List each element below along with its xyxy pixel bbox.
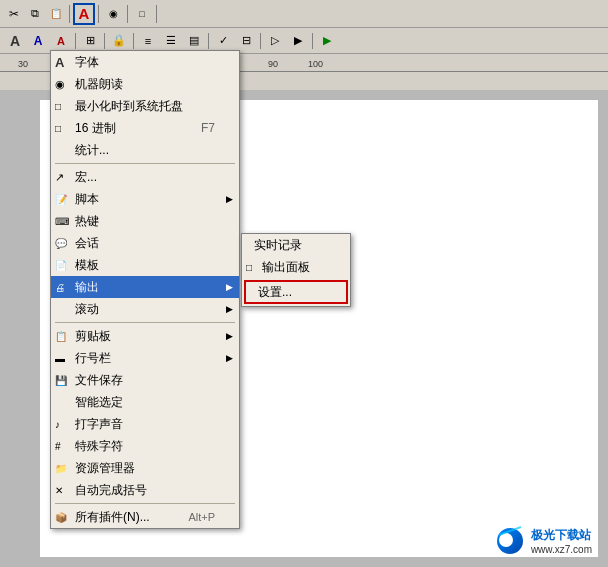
green-button[interactable]: ▶ (316, 31, 338, 51)
special-menu-icon: # (55, 441, 61, 452)
font-a2-button[interactable]: A (27, 31, 49, 51)
align1-button[interactable]: ≡ (137, 31, 159, 51)
scroll-menu-label: 滚动 (75, 301, 99, 318)
menu-item-template[interactable]: 📄 模板 (51, 254, 239, 276)
copy-button[interactable]: ⧉ (25, 4, 45, 24)
align3-icon: ▤ (189, 34, 199, 47)
font-button[interactable]: A (73, 3, 95, 25)
special-menu-label: 特殊字符 (75, 438, 123, 455)
sep7 (133, 33, 134, 49)
right2-button[interactable]: ▶ (287, 31, 309, 51)
watermark-logo (497, 528, 527, 554)
cut-icon: ✂ (9, 7, 19, 21)
menu-item-minimize[interactable]: □ 最小化时到系统托盘 (51, 95, 239, 117)
tts-icon: ◉ (109, 8, 118, 19)
minimize-menu-label: 最小化时到系统托盘 (75, 98, 183, 115)
output-menu-label: 输出 (75, 279, 99, 296)
right2-icon: ▶ (294, 34, 302, 47)
hex-menu-label: 16 进制 (75, 120, 116, 137)
align3-button[interactable]: ▤ (183, 31, 205, 51)
minimize-button[interactable]: □ (131, 3, 153, 25)
menu-item-font[interactable]: A 字体 (51, 51, 239, 73)
menu-container: A 字体 ◉ 机器朗读 □ 最小化时到系统托盘 □ 16 进制 F7 统计... (50, 50, 240, 529)
typesound-menu-label: 打字声音 (75, 416, 123, 433)
lock-icon: 🔒 (112, 34, 126, 47)
table-button[interactable]: ⊞ (79, 31, 101, 51)
hex-menu-shortcut: F7 (201, 121, 219, 135)
menu-item-tts[interactable]: ◉ 机器朗读 (51, 73, 239, 95)
plugins-menu-icon: 📦 (55, 512, 67, 523)
right1-icon: ▷ (271, 34, 279, 47)
menu-item-smartsel[interactable]: 智能选定 (51, 391, 239, 413)
minimize-icon: □ (139, 9, 144, 19)
font-menu-icon: A (55, 55, 64, 70)
menu-item-special[interactable]: # 特殊字符 (51, 435, 239, 457)
align2-button[interactable]: ☰ (160, 31, 182, 51)
submenu-realtime[interactable]: 实时记录 (242, 234, 350, 256)
clipboard-menu-arrow: ▶ (226, 331, 233, 341)
session-menu-label: 会话 (75, 235, 99, 252)
script-menu-icon: 📝 (55, 194, 67, 205)
lineno-menu-arrow: ▶ (226, 353, 233, 363)
sep4 (156, 5, 157, 23)
font-a2-icon: A (34, 34, 43, 48)
font-icon: A (79, 5, 90, 22)
sep2 (98, 5, 99, 23)
menu-item-stats[interactable]: 统计... (51, 139, 239, 161)
menu-sep2 (55, 322, 235, 323)
grid-button[interactable]: ⊟ (235, 31, 257, 51)
menu-item-lineno[interactable]: ▬ 行号栏 ▶ (51, 347, 239, 369)
right1-button[interactable]: ▷ (264, 31, 286, 51)
menu-item-hotkey[interactable]: ⌨ 热键 (51, 210, 239, 232)
submenu-outputpanel[interactable]: □ 输出面板 (242, 256, 350, 278)
menu-item-typesound[interactable]: ♪ 打字声音 (51, 413, 239, 435)
sep9 (260, 33, 261, 49)
hotkey-menu-icon: ⌨ (55, 216, 69, 227)
lock-button[interactable]: 🔒 (108, 31, 130, 51)
menu-item-filesave[interactable]: 💾 文件保存 (51, 369, 239, 391)
menu-item-plugins[interactable]: 📦 所有插件(N)... Alt+P (51, 506, 239, 528)
font-a3-icon: A (57, 35, 65, 47)
menu-item-scroll[interactable]: 滚动 ▶ (51, 298, 239, 320)
font-menu-label: 字体 (75, 54, 99, 71)
ruler-mark-30: 30 (18, 59, 28, 69)
plugins-menu-shortcut: Alt+P (188, 511, 219, 523)
session-menu-icon: 💬 (55, 238, 67, 249)
check-icon: ✓ (219, 34, 228, 47)
settings-label: 设置... (258, 284, 292, 301)
grid-icon: ⊟ (242, 34, 251, 47)
menu-item-macro[interactable]: ↗ 宏... (51, 166, 239, 188)
align1-icon: ≡ (145, 35, 151, 47)
menu-item-script[interactable]: 📝 脚本 ▶ (51, 188, 239, 210)
cut-button[interactable]: ✂ (4, 4, 24, 24)
sep3 (127, 5, 128, 23)
menu-item-autocomplete[interactable]: ✕ 自动完成括号 (51, 479, 239, 501)
paste-button[interactable]: 📋 (46, 4, 66, 24)
output-menu-arrow: ▶ (226, 282, 233, 292)
script-menu-arrow: ▶ (226, 194, 233, 204)
paste-icon: 📋 (50, 8, 62, 19)
template-menu-icon: 📄 (55, 260, 67, 271)
lineno-menu-icon: ▬ (55, 353, 65, 364)
menu-item-hex[interactable]: □ 16 进制 F7 (51, 117, 239, 139)
watermark-text-block: 极光下载站 www.xz7.com (531, 527, 592, 555)
tts-menu-icon: ◉ (55, 78, 65, 91)
menu-item-output[interactable]: 🖨 输出 ▶ (51, 276, 239, 298)
font-a3-button[interactable]: A (50, 31, 72, 51)
typesound-menu-icon: ♪ (55, 419, 60, 430)
filesave-menu-icon: 💾 (55, 375, 67, 386)
check-button[interactable]: ✓ (212, 31, 234, 51)
script-menu-label: 脚本 (75, 191, 99, 208)
output-menu-icon: 🖨 (55, 282, 65, 293)
menu-item-resmgr[interactable]: 📁 资源管理器 (51, 457, 239, 479)
font-a-button[interactable]: A (4, 31, 26, 51)
submenu-settings[interactable]: 设置... (244, 280, 348, 304)
clipboard-menu-icon: 📋 (55, 331, 67, 342)
watermark-brand: 极光下载站 (531, 527, 592, 544)
menu-item-clipboard[interactable]: 📋 剪贴板 ▶ (51, 325, 239, 347)
tts-button[interactable]: ◉ (102, 3, 124, 25)
hotkey-menu-label: 热键 (75, 213, 99, 230)
menu-item-session[interactable]: 💬 会话 (51, 232, 239, 254)
scroll-menu-arrow: ▶ (226, 304, 233, 314)
watermark-site: www.xz7.com (531, 544, 592, 555)
